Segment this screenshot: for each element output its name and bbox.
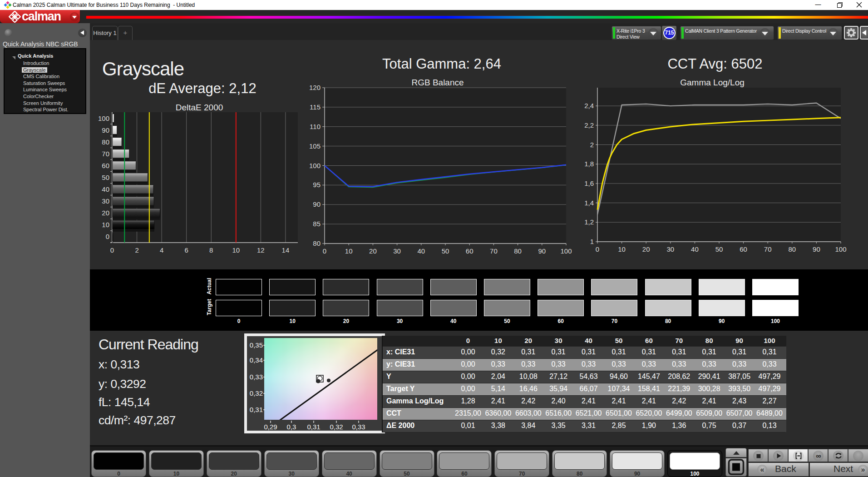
- svg-text:1,2: 1,2: [584, 218, 594, 226]
- svg-text:90: 90: [813, 245, 820, 253]
- svg-text:CCT Avg: 6502: CCT Avg: 6502: [667, 56, 762, 72]
- svg-text:4: 4: [160, 246, 163, 254]
- svg-text:30: 30: [666, 245, 674, 253]
- svg-text:2: 2: [135, 246, 138, 254]
- svg-text:10: 10: [102, 221, 109, 229]
- svg-text:50: 50: [442, 247, 449, 255]
- svg-text:0: 0: [596, 245, 599, 253]
- svg-text:0,34: 0,34: [250, 356, 263, 364]
- svg-text:100: 100: [835, 245, 846, 253]
- svg-text:105: 105: [309, 142, 321, 150]
- svg-text:100: 100: [98, 114, 109, 122]
- svg-text:10: 10: [232, 246, 240, 254]
- svg-text:80: 80: [102, 138, 109, 146]
- svg-text:Grayscale: Grayscale: [102, 58, 184, 80]
- svg-text:0,29: 0,29: [264, 423, 277, 431]
- svg-text:70: 70: [764, 245, 772, 253]
- svg-text:80: 80: [788, 245, 796, 253]
- svg-text:60: 60: [740, 245, 747, 253]
- svg-text:Total Gamma: 2,64: Total Gamma: 2,64: [382, 56, 501, 72]
- svg-text:60: 60: [466, 247, 473, 255]
- svg-text:80: 80: [313, 239, 321, 247]
- svg-text:14: 14: [282, 246, 290, 254]
- svg-text:2,4: 2,4: [584, 102, 594, 109]
- svg-text:40: 40: [102, 185, 109, 193]
- svg-text:0,31: 0,31: [250, 406, 263, 413]
- svg-text:60: 60: [102, 162, 109, 169]
- svg-text:∞: ∞: [816, 452, 821, 460]
- svg-text:0,32: 0,32: [330, 423, 343, 431]
- svg-text:8: 8: [209, 246, 213, 254]
- svg-text:90: 90: [102, 126, 109, 134]
- svg-text:12: 12: [257, 246, 265, 254]
- svg-text:2,2: 2,2: [584, 121, 594, 129]
- svg-text:0,35: 0,35: [250, 341, 263, 349]
- svg-text:0,33: 0,33: [352, 423, 365, 431]
- svg-text:6: 6: [185, 246, 188, 254]
- svg-text:50: 50: [715, 245, 723, 253]
- svg-text:70: 70: [490, 247, 498, 255]
- svg-text:10: 10: [345, 247, 353, 255]
- svg-text:100: 100: [560, 247, 572, 255]
- svg-text:0,3: 0,3: [287, 423, 296, 431]
- svg-text:115: 115: [310, 103, 321, 111]
- svg-text:Gamma Log/Log: Gamma Log/Log: [680, 78, 745, 87]
- svg-text:1,6: 1,6: [584, 179, 594, 187]
- svg-text:0: 0: [323, 247, 326, 255]
- svg-text:0,32: 0,32: [250, 389, 263, 397]
- svg-text:30: 30: [393, 247, 401, 255]
- svg-text:1,4: 1,4: [584, 199, 594, 207]
- svg-text:50: 50: [102, 174, 109, 181]
- svg-text:DeltaE 2000: DeltaE 2000: [176, 103, 223, 112]
- svg-text:0,33: 0,33: [250, 373, 263, 381]
- svg-text:95: 95: [313, 181, 321, 189]
- svg-text:70: 70: [102, 150, 109, 158]
- svg-text:RGB Balance: RGB Balance: [411, 78, 464, 87]
- svg-text:20: 20: [102, 209, 109, 217]
- svg-text:0: 0: [110, 246, 114, 254]
- svg-text:10: 10: [618, 245, 626, 253]
- svg-text:30: 30: [102, 197, 109, 205]
- svg-text:20: 20: [369, 247, 377, 255]
- svg-text:1: 1: [590, 238, 594, 245]
- svg-text:dE Average: 2,12: dE Average: 2,12: [148, 80, 256, 96]
- svg-text:2: 2: [590, 141, 594, 149]
- svg-text:80: 80: [514, 247, 522, 255]
- svg-text:110: 110: [310, 123, 321, 130]
- svg-text:120: 120: [309, 84, 321, 91]
- svg-text:20: 20: [642, 245, 650, 253]
- svg-text:90: 90: [313, 200, 321, 208]
- svg-text:90: 90: [538, 247, 546, 255]
- svg-text:40: 40: [691, 245, 699, 253]
- svg-text:100: 100: [309, 162, 321, 169]
- svg-text:0,31: 0,31: [307, 423, 320, 431]
- svg-text:0: 0: [106, 233, 109, 240]
- svg-text:40: 40: [417, 247, 425, 255]
- svg-text:1,8: 1,8: [584, 160, 594, 168]
- svg-text:85: 85: [313, 220, 321, 228]
